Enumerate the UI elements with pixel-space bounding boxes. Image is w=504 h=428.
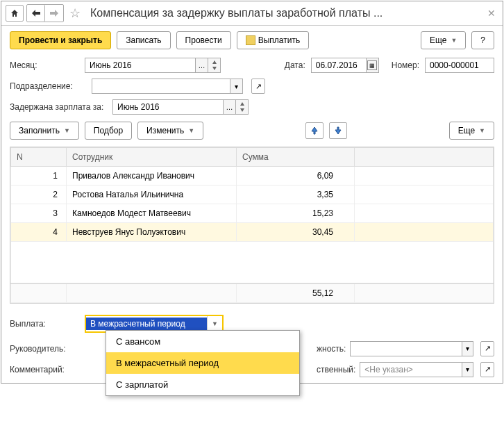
pay-button[interactable]: Выплатить (237, 31, 310, 49)
cell-n: 4 (11, 223, 67, 242)
month-spinner-button[interactable] (208, 58, 221, 73)
col-sum[interactable]: Сумма (237, 148, 355, 167)
move-up-button[interactable] (305, 122, 324, 139)
cell-extra (355, 167, 494, 186)
cell-n: 1 (11, 167, 67, 186)
cell-sum: 3,35 (237, 186, 355, 204)
dept-combo: ▾ (92, 79, 243, 94)
cell-employee: Камноедов Модест Матвеевич (67, 204, 237, 223)
chevron-down-icon: ▼ (64, 127, 70, 134)
edit-label: Изменить (146, 126, 184, 135)
comment-label: Комментарий: (10, 365, 79, 374)
total-sum: 55,12 (237, 283, 355, 303)
bottom-form: Выплата: В межрасчетный период ▼ С аванс… (1, 306, 503, 383)
employee-table: N Сотрудник Сумма 1Привалов Александр Ив… (10, 147, 494, 304)
date-combo: ▦ (311, 58, 379, 73)
month-combo: … (85, 58, 221, 73)
table-more-button[interactable]: Еще ▼ (449, 122, 494, 140)
row-dept: Подразделение: ▾ ↗ (1, 76, 503, 97)
edit-button[interactable]: Изменить ▼ (137, 122, 203, 140)
cell-n: 3 (11, 204, 67, 223)
payment-option-advance[interactable]: С авансом (106, 331, 299, 352)
cell-sum: 6,09 (237, 167, 355, 186)
responsible-label: ственный: (317, 365, 355, 374)
calendar-icon: ▦ (367, 60, 377, 70)
delayed-spinner-button[interactable] (236, 99, 249, 115)
number-input[interactable] (425, 58, 494, 73)
responsible-input[interactable] (360, 362, 462, 377)
back-button[interactable] (27, 5, 45, 22)
month-input[interactable] (85, 58, 196, 73)
row-month-date-number: Месяц: … Дата: ▦ Номер: (1, 55, 503, 76)
month-ellipsis-button[interactable]: … (196, 58, 208, 73)
cell-employee: Привалов Александр Иванович (67, 167, 237, 186)
select-button[interactable]: Подбор (85, 122, 132, 140)
post-close-button[interactable]: Провести и закрыть (10, 31, 111, 49)
cell-extra (355, 223, 494, 242)
cell-extra (355, 186, 494, 204)
position-input[interactable] (350, 341, 462, 356)
dept-open-button[interactable]: ↗ (251, 79, 265, 94)
chevron-down-icon: ▼ (479, 127, 485, 134)
calendar-button[interactable]: ▦ (367, 58, 379, 73)
table-toolbar: Заполнить ▼ Подбор Изменить ▼ Еще ▼ (1, 117, 503, 144)
titlebar: ☆ Компенсация за задержку выплаты зарабо… (1, 1, 503, 26)
empty-row (11, 242, 494, 283)
home-button[interactable] (6, 5, 24, 22)
delayed-input[interactable] (112, 99, 224, 115)
table-row[interactable]: 4Невструев Янус Полуэктович30,45 (11, 223, 494, 242)
close-icon[interactable]: ✕ (485, 8, 498, 19)
table-row[interactable]: 1Привалов Александр Иванович6,09 (11, 167, 494, 186)
table-row[interactable]: 2Ростова Наталья Ильинична3,35 (11, 186, 494, 204)
fill-button[interactable]: Заполнить ▼ (10, 122, 79, 140)
table-more-label: Еще (458, 126, 475, 135)
table-header-row: N Сотрудник Сумма (11, 148, 494, 167)
help-button[interactable]: ? (471, 31, 494, 49)
payment-option-salary[interactable]: С зарплатой (106, 374, 299, 395)
position-dropdown-button[interactable]: ▾ (462, 341, 473, 356)
cell-employee: Невструев Янус Полуэктович (67, 223, 237, 242)
total-row: 55,12 (11, 283, 494, 303)
payment-toggle[interactable]: ▼ (207, 316, 222, 331)
payment-label: Выплата: (10, 319, 79, 329)
fill-label: Заполнить (19, 126, 60, 135)
more-button[interactable]: Еще ▼ (421, 31, 466, 49)
position-open-button[interactable]: ↗ (480, 341, 494, 356)
pay-label: Выплатить (258, 35, 301, 45)
cell-extra (355, 204, 494, 223)
delayed-ellipsis-button[interactable]: … (224, 99, 236, 115)
cell-sum: 15,23 (237, 204, 355, 223)
col-n[interactable]: N (11, 148, 67, 167)
delayed-combo: … (112, 99, 249, 115)
col-employee[interactable]: Сотрудник (67, 148, 237, 167)
write-button[interactable]: Записать (117, 31, 170, 49)
month-label: Месяц: (10, 60, 79, 70)
dept-input[interactable] (92, 79, 230, 94)
window-title: Компенсация за задержку выплаты заработн… (90, 7, 482, 19)
responsible-open-button[interactable]: ↗ (480, 362, 494, 377)
chevron-down-icon: ▼ (451, 37, 457, 44)
document-window: ☆ Компенсация за задержку выплаты зарабо… (1, 1, 503, 384)
row-delayed: Задержана зарплата за: … (1, 97, 503, 117)
delayed-label: Задержана зарплата за: (10, 102, 107, 112)
leader-label: Руководитель: (10, 344, 79, 354)
date-label: Дата: (285, 60, 305, 70)
col-extra[interactable] (355, 148, 494, 167)
dept-dropdown-button[interactable]: ▾ (230, 79, 243, 94)
table-row[interactable]: 3Камноедов Модест Матвеевич15,23 (11, 204, 494, 223)
position-combo: ▾ (350, 341, 473, 356)
cell-sum: 30,45 (237, 223, 355, 242)
number-label: Номер: (392, 60, 419, 70)
pay-icon (246, 35, 255, 45)
main-toolbar: Провести и закрыть Записать Провести Вып… (1, 26, 503, 55)
responsible-dropdown-button[interactable]: ▾ (462, 362, 473, 377)
move-down-button[interactable] (329, 122, 347, 139)
favorite-icon[interactable]: ☆ (67, 5, 83, 22)
position-label: жность: (317, 344, 346, 354)
post-button[interactable]: Провести (176, 31, 231, 49)
forward-button[interactable] (45, 5, 63, 22)
cell-employee: Ростова Наталья Ильинична (67, 186, 237, 204)
date-input[interactable] (311, 58, 367, 73)
dept-label: Подразделение: (10, 81, 86, 91)
payment-option-intersettlement[interactable]: В межрасчетный период (106, 352, 299, 374)
